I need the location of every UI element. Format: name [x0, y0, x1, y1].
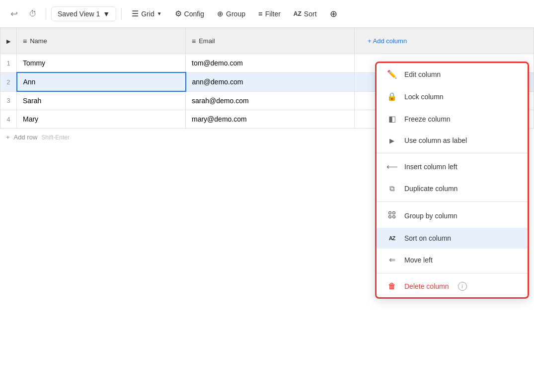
filter-icon: ≡: [258, 9, 263, 18]
lock-icon: 🔒: [386, 92, 397, 101]
duplicate-icon: ⧉: [386, 184, 397, 193]
add-row-shortcut: Shift-Enter: [41, 134, 70, 141]
chevron-down-icon: ▼: [103, 10, 110, 18]
add-row-label: Add row: [14, 133, 38, 141]
saved-view-selector[interactable]: Saved View 1 ▼: [51, 6, 116, 21]
pencil-icon: ✏️: [386, 69, 397, 79]
config-label: Config: [184, 10, 204, 18]
menu-separator-3: [377, 273, 528, 273]
col-email-header[interactable]: ≡ Email: [186, 28, 355, 54]
menu-label-sort-on-column: Sort on column: [404, 234, 451, 242]
group-icon: ⊕: [217, 9, 224, 18]
menu-label-duplicate-column: Duplicate column: [404, 185, 458, 193]
toolbar-divider-1: [46, 8, 46, 20]
col-name-label: Name: [30, 37, 47, 45]
svg-point-2: [389, 216, 391, 218]
col-email-icon: ≡: [192, 37, 196, 45]
menu-label-freeze-column: Freeze column: [404, 115, 451, 123]
sort-icon: AZ: [294, 10, 302, 17]
add-column-button[interactable]: + Add column: [361, 33, 414, 49]
menu-label-insert-col-left: Insert column left: [404, 163, 458, 171]
row-number: 1: [0, 54, 17, 73]
freeze-icon: ◧: [386, 114, 397, 124]
menu-item-insert-col-left[interactable]: ⟵ Insert column left: [377, 155, 528, 178]
menu-label-delete-column: Delete column: [404, 282, 449, 290]
more-icon: ⊕: [330, 8, 337, 19]
menu-label-move-left: Move left: [404, 256, 433, 264]
group-label: Group: [226, 10, 245, 18]
config-icon: ⚙: [175, 9, 182, 18]
add-col-label: + Add column: [368, 37, 407, 45]
toolbar-divider-2: [121, 8, 122, 20]
row-number: 3: [0, 91, 17, 110]
row-email-cell[interactable]: sarah@demo.com: [186, 91, 355, 110]
row-name-cell[interactable]: Ann: [17, 72, 186, 91]
info-icon: i: [458, 282, 467, 291]
menu-label-group-by-column: Group by column: [404, 212, 458, 220]
row-num-header: ▶: [0, 28, 17, 54]
menu-label-lock-column: Lock column: [404, 93, 444, 101]
config-button[interactable]: ⚙ Config: [170, 6, 209, 21]
menu-label-edit-column: Edit column: [404, 70, 441, 78]
menu-item-freeze-column[interactable]: ◧ Freeze column: [377, 108, 528, 130]
grid-label: Grid: [141, 10, 154, 18]
sort-on-col-icon: AZ: [386, 235, 397, 241]
main-content: ▶ ≡ Name ≡ Email + Add column: [0, 28, 534, 392]
grid-button[interactable]: ☰ Grid ▼: [127, 6, 166, 21]
svg-point-0: [389, 212, 391, 214]
menu-separator-1: [377, 153, 528, 153]
row-email-cell[interactable]: tom@demo.com: [186, 54, 355, 73]
undo-button[interactable]: ↩: [6, 6, 22, 22]
col-name-header[interactable]: ≡ Name: [17, 28, 186, 54]
saved-view-label: Saved View 1: [58, 10, 100, 18]
row-name-cell[interactable]: Mary: [17, 110, 186, 129]
menu-item-sort-on-column[interactable]: AZ Sort on column: [377, 228, 528, 249]
menu-separator-2: [377, 201, 528, 202]
move-left-icon: ⇐: [386, 255, 397, 264]
col-name-icon: ≡: [23, 37, 27, 45]
menu-item-duplicate-column[interactable]: ⧉ Duplicate column: [377, 178, 528, 199]
insert-left-icon: ⟵: [386, 162, 397, 171]
menu-item-group-by-column[interactable]: Group by column: [377, 204, 528, 228]
row-select-arrow-icon: ▶: [6, 38, 10, 44]
table-header-row: ▶ ≡ Name ≡ Email + Add column: [0, 28, 534, 54]
more-options-button[interactable]: ⊕: [325, 5, 342, 22]
menu-item-edit-column[interactable]: ✏️ Edit column: [377, 63, 528, 85]
grid-icon: ☰: [132, 9, 139, 18]
row-email-cell[interactable]: ann@demo.com: [186, 72, 355, 91]
add-col-header[interactable]: + Add column: [355, 28, 534, 54]
row-number: 4: [0, 110, 17, 129]
menu-item-move-left[interactable]: ⇐ Move left: [377, 249, 528, 271]
row-name-cell[interactable]: Tommy: [17, 54, 186, 73]
menu-item-use-as-label[interactable]: ▶ Use column as label: [377, 130, 528, 151]
trash-icon: 🗑: [386, 282, 397, 291]
label-arrow-icon: ▶: [386, 137, 397, 144]
svg-point-3: [393, 216, 395, 218]
sort-button[interactable]: AZ Sort: [289, 7, 322, 21]
row-email-cell[interactable]: mary@demo.com: [186, 110, 355, 129]
menu-item-lock-column[interactable]: 🔒 Lock column: [377, 85, 528, 108]
chevron-down-icon-grid: ▼: [157, 11, 162, 16]
menu-label-use-as-label: Use column as label: [404, 136, 467, 144]
filter-label: Filter: [265, 10, 281, 18]
filter-button[interactable]: ≡ Filter: [253, 6, 286, 21]
history-button[interactable]: ⏱: [25, 6, 41, 22]
row-name-cell[interactable]: Sarah: [17, 91, 186, 110]
menu-item-delete-column[interactable]: 🗑 Delete column i: [377, 275, 528, 297]
plus-icon: +: [6, 133, 10, 141]
row-number: 2: [0, 72, 17, 91]
svg-point-1: [393, 212, 395, 214]
toolbar: ↩ ⏱ Saved View 1 ▼ ☰ Grid ▼ ⚙ Config ⊕ G…: [0, 0, 534, 28]
group-by-icon: [386, 210, 397, 221]
sort-label: Sort: [304, 10, 317, 18]
context-menu: ✏️ Edit column 🔒 Lock column ◧ Freeze co…: [375, 62, 529, 299]
col-email-label: Email: [199, 37, 215, 45]
group-button[interactable]: ⊕ Group: [212, 6, 250, 21]
